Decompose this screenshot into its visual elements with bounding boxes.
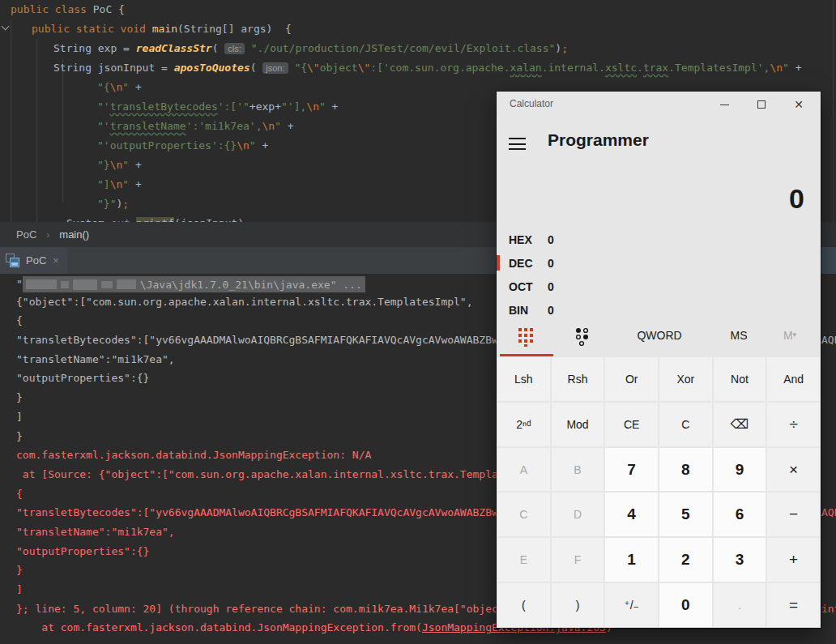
code-line: "{\n" + <box>97 80 142 95</box>
text-segment: . <box>637 62 643 74</box>
calc-key-2[interactable]: 2 <box>659 538 712 582</box>
calc-key-and[interactable]: And <box>767 357 820 401</box>
calc-key-([interactable]: ( <box>497 583 550 627</box>
code-line: public static void main(String[] args) { <box>32 22 292 36</box>
calc-key-x[interactable]: ⌫ <box>714 403 766 446</box>
text-segment: :['com.sun.org.apache. <box>370 62 510 74</box>
breadcrumb-class[interactable]: PoC <box>16 228 36 241</box>
bit-keypad-icon[interactable] <box>574 327 591 347</box>
active-radix-indicator <box>497 255 500 271</box>
calculator-titlebar[interactable]: Calculator ✕ <box>497 92 821 117</box>
minimize-button[interactable] <box>706 92 743 117</box>
text-segment: cls: <box>224 43 245 54</box>
maximize-button[interactable] <box>743 92 780 117</box>
text-segment: xsltc <box>605 62 637 74</box>
window-title: Calculator <box>510 98 553 109</box>
calculator-mode-title: Programmer <box>548 130 649 150</box>
text-segment: (String[] args) { <box>177 23 292 35</box>
console-tab[interactable]: PoC × <box>0 247 67 274</box>
code-line: System.out.printf(jsonInput); <box>66 216 250 222</box>
code-line: String jsonInput = aposToQuotes( json: "… <box>53 61 802 75</box>
minimize-icon <box>720 104 729 105</box>
calc-key-or[interactable]: Or <box>605 357 658 401</box>
radix-row-bin[interactable]: BIN0 <box>497 298 821 322</box>
menu-button[interactable] <box>509 138 526 150</box>
radix-label: OCT <box>509 280 543 293</box>
calc-key-+[interactable]: + <box>767 538 820 582</box>
fold-arrow-icon[interactable] <box>2 23 10 31</box>
code-line: "]\n" + <box>97 177 142 192</box>
code-line: public class PoC { <box>11 2 125 17</box>
calc-key-c[interactable]: C <box>659 403 712 446</box>
text-segment: public class <box>11 3 93 15</box>
indent-guide <box>62 58 63 203</box>
full-keypad-icon[interactable] <box>518 327 534 347</box>
text-segment: transletBytecodes <box>110 100 218 113</box>
text-segment: " <box>783 62 789 74</box>
calculator-toolbar: QWORD MS M▾ <box>497 322 821 356</box>
text-segment: "] <box>97 178 110 190</box>
calc-key-8[interactable]: 8 <box>659 448 712 492</box>
calc-key-0[interactable]: 0 <box>659 583 712 627</box>
calc-key-6[interactable]: 6 <box>714 493 766 536</box>
calc-key-mod[interactable]: Mod <box>552 403 604 446</box>
text-segment: {"object":["com.sun.org.apache.xalan.int… <box>16 296 473 308</box>
calc-key-7[interactable]: 7 <box>605 448 658 492</box>
text-segment: String exp = <box>53 42 136 54</box>
close-button[interactable]: ✕ <box>780 92 817 117</box>
text-segment: main <box>152 23 177 35</box>
indent-guide <box>11 19 11 222</box>
right-margin-guide <box>833 0 834 222</box>
calc-key-xor[interactable]: Xor <box>659 357 712 401</box>
calc-key-=[interactable]: = <box>767 583 820 627</box>
radix-value: 0 <box>548 304 554 317</box>
calc-key-x[interactable]: × <box>767 448 820 492</box>
calc-key-b: B <box>552 448 604 492</box>
calc-key-4[interactable]: 4 <box>605 493 658 536</box>
code-line: "'outputProperties':{}\n" + <box>97 139 268 153</box>
text-segment: \n <box>770 62 783 74</box>
text-segment: + <box>129 81 142 93</box>
text-segment: " <box>319 100 326 113</box>
calc-key-lsh[interactable]: Lsh <box>497 357 550 401</box>
radix-row-oct[interactable]: OCT0 <box>497 275 821 298</box>
text-segment: "{ <box>294 62 307 74</box>
calc-key-x[interactable]: ÷ <box>767 403 820 446</box>
text-segment <box>245 42 251 54</box>
calc-key-a: A <box>497 448 550 492</box>
text-segment: "}" <box>97 198 116 210</box>
calc-key-rsh[interactable]: Rsh <box>552 357 604 401</box>
calc-key-x[interactable]: − <box>767 493 820 536</box>
text-segment: \" <box>358 62 371 74</box>
code-line: "'transletName':'mi1k7ea',\n" + <box>97 119 294 134</box>
calc-key-ce[interactable]: CE <box>605 403 658 446</box>
redacted-path: \Java\jdk1.7.0_21\bin\java.exe" ... <box>23 276 365 292</box>
calc-key-9[interactable]: 9 <box>714 448 766 492</box>
memory-store-button[interactable]: MS <box>722 329 756 342</box>
code-line: String exp = readClassStr( cls: "./out/p… <box>53 41 568 56</box>
text-segment: public static void <box>32 23 152 35</box>
radix-value: 0 <box>548 257 554 270</box>
text-segment: \n <box>110 81 123 93</box>
text-segment: + <box>281 120 294 132</box>
word-size-button[interactable]: QWORD <box>626 329 693 342</box>
calc-key-1[interactable]: 1 <box>605 538 658 582</box>
maximize-icon <box>757 100 766 109</box>
text-segment: "{ <box>97 81 110 93</box>
calc-key-not[interactable]: Not <box>714 357 766 401</box>
calc-key-5[interactable]: 5 <box>659 493 712 536</box>
text-segment: "} <box>97 159 110 171</box>
text-segment: \n <box>262 120 275 132</box>
radix-row-dec[interactable]: DEC0 <box>497 251 821 275</box>
breadcrumb-method[interactable]: main() <box>59 228 89 241</box>
text-segment: \" <box>307 62 320 74</box>
calc-key-xxx[interactable]: ⁺/₋ <box>605 583 658 627</box>
calc-key-)[interactable]: ) <box>552 583 604 627</box>
calc-key-f: F <box>552 538 604 582</box>
breadcrumb-separator-icon: › <box>46 229 49 241</box>
text-segment: \n <box>110 178 123 190</box>
close-tab-icon[interactable]: × <box>53 254 59 267</box>
radix-row-hex[interactable]: HEX0 <box>497 228 821 251</box>
calc-key-3[interactable]: 3 <box>714 538 766 582</box>
calc-key-2xx[interactable]: 2ⁿᵈ <box>497 403 550 446</box>
